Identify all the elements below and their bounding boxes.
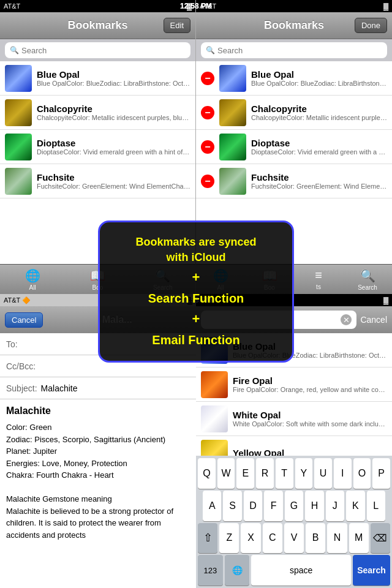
item-title: Yellow Opal	[233, 448, 387, 456]
tab-search-r[interactable]: 🔍 Search	[343, 268, 392, 291]
gem-thumb-green	[5, 134, 32, 160]
item-title: Fuchsite	[251, 172, 387, 183]
item-subtitle: ChalcopyiteColor: Metallic iridescent pu…	[37, 114, 190, 121]
item-title: Dioptase	[37, 138, 190, 148]
key-j[interactable]: J	[326, 491, 344, 521]
delete-btn-1[interactable]: −	[201, 72, 214, 85]
search-input-left[interactable]	[21, 46, 186, 55]
key-x[interactable]: X	[241, 523, 260, 554]
key-u[interactable]: U	[314, 458, 332, 489]
tab-label-search-r: Search	[358, 284, 377, 291]
tab-label-all: All	[29, 284, 36, 291]
key-h[interactable]: H	[305, 491, 323, 521]
delete-btn-2[interactable]: −	[201, 106, 214, 119]
battery-left: ▓	[187, 2, 192, 10]
nav-title-right: Bookmarks	[264, 19, 324, 32]
item-subtitle: Blue OpalColor: BlueZodiac: LibraBirthst…	[251, 80, 387, 87]
item-subtitle: DioptaseColor: Vivid emerald green with …	[37, 148, 190, 156]
key-m[interactable]: M	[349, 523, 369, 554]
subject-value: Malachite	[41, 383, 78, 393]
key-l[interactable]: L	[367, 491, 385, 521]
carrier-left: AT&T	[4, 2, 20, 10]
key-c[interactable]: C	[263, 523, 282, 554]
gem-thumb-blue-r	[219, 65, 246, 92]
search-result-item[interactable]: Fire Opal Fire OpalColor: Orange, red, y…	[196, 368, 392, 402]
key-t[interactable]: T	[276, 458, 293, 489]
cc-label: Cc/Bcc:	[6, 361, 36, 371]
search-cancel-button[interactable]: Cancel	[360, 315, 387, 325]
key-y[interactable]: Y	[295, 458, 313, 489]
search-input-right[interactable]	[217, 46, 382, 55]
list-item[interactable]: − Chalcopyrite ChalcopyiteColor: Metalli…	[196, 96, 392, 130]
search-wrap-left: 🔍	[5, 42, 190, 58]
key-v[interactable]: V	[284, 523, 304, 554]
key-shift[interactable]: ⇧	[198, 523, 217, 554]
search-icon-right: 🔍	[206, 46, 215, 55]
gem-thumb-pink-r	[219, 168, 246, 195]
overlay-feature1: Search Function	[117, 290, 275, 307]
key-n[interactable]: N	[327, 523, 347, 554]
tab-ts-r[interactable]: ≡ ts	[294, 268, 343, 290]
item-title: White Opal	[233, 410, 387, 420]
body-title: Malachite	[6, 405, 190, 417]
item-text: White Opal White OpalColor: Soft white w…	[233, 410, 387, 428]
key-s[interactable]: S	[223, 491, 241, 521]
list-item[interactable]: Dioptase DioptaseColor: Vivid emerald gr…	[0, 130, 195, 164]
search-result-item[interactable]: White Opal White OpalColor: Soft white w…	[196, 402, 392, 436]
key-p[interactable]: P	[372, 458, 390, 489]
delete-btn-4[interactable]: −	[201, 175, 214, 188]
item-text: Blue Opal Blue OpalColor: BlueZodiac: Li…	[37, 69, 190, 87]
list-item[interactable]: Fuchsite FuchsiteColor: GreenElement: Wi…	[0, 164, 195, 198]
key-search-button[interactable]: Search	[353, 555, 390, 586]
key-f[interactable]: F	[264, 491, 282, 521]
key-k[interactable]: K	[346, 491, 364, 521]
list-item[interactable]: − Dioptase DioptaseColor: Vivid emerald …	[196, 130, 392, 164]
item-text: Fire Opal Fire OpalColor: Orange, red, y…	[233, 375, 387, 393]
key-g[interactable]: G	[285, 491, 303, 521]
key-q[interactable]: Q	[198, 458, 216, 489]
key-globe[interactable]: 🌐	[225, 555, 250, 586]
overlay-plus2: +	[117, 307, 275, 331]
search-result-item[interactable]: Yellow Opal	[196, 436, 392, 456]
overlay-plus1: +	[117, 265, 275, 290]
item-subtitle: FuchsiteColor: GreenElement: Wind Elemen…	[37, 183, 190, 190]
key-delete[interactable]: ⌫	[371, 523, 390, 554]
email-body[interactable]: Malachite Color: Green Zodiac: Pisces, S…	[0, 399, 196, 588]
key-z[interactable]: Z	[219, 523, 239, 554]
keyboard: Q W E R T Y U I O P A S D F G H J K L	[196, 456, 392, 588]
status-bar-right: AT&T 12:58 PM ▓	[196, 0, 392, 12]
key-r[interactable]: R	[256, 458, 274, 489]
key-d[interactable]: D	[244, 491, 262, 521]
battery-search: ▓	[383, 296, 388, 304]
list-item[interactable]: − Fuchsite FuchsiteColor: GreenElement: …	[196, 164, 392, 198]
key-space[interactable]: space	[251, 555, 351, 586]
search-wrap-right: 🔍	[201, 42, 387, 58]
key-w[interactable]: W	[217, 458, 235, 489]
nav-bar-left: Bookmarks Edit	[0, 12, 195, 39]
subject-field[interactable]: Subject: Malachite	[0, 377, 196, 399]
clear-search-button[interactable]: ✕	[341, 314, 352, 325]
key-row-2: A S D F G H J K L	[198, 491, 390, 521]
edit-button[interactable]: Edit	[164, 18, 190, 33]
key-o[interactable]: O	[353, 458, 371, 489]
key-i[interactable]: I	[334, 458, 352, 489]
key-a[interactable]: A	[203, 491, 221, 521]
list-item[interactable]: − Blue Opal Blue OpalColor: BlueZodiac: …	[196, 61, 392, 96]
item-title: Chalcopyrite	[37, 104, 190, 114]
item-text: Chalcopyrite ChalcopyiteColor: Metallic …	[37, 104, 190, 121]
list-item[interactable]: Chalcopyrite ChalcopyiteColor: Metallic …	[0, 96, 195, 130]
tab-all[interactable]: 🌐 All	[0, 268, 65, 291]
item-title: Fire Opal	[233, 375, 387, 386]
item-text: Blue Opal Blue OpalColor: BlueZodiac: Li…	[251, 69, 387, 87]
list-item[interactable]: Blue Opal Blue OpalColor: BlueZodiac: Li…	[0, 61, 195, 96]
key-123[interactable]: 123	[198, 555, 223, 586]
key-b[interactable]: B	[306, 523, 325, 554]
delete-btn-3[interactable]: −	[201, 140, 214, 154]
overlay-line1: Bookmarks are syncedwith iCloud	[117, 235, 275, 265]
result-thumb-fireopal	[201, 371, 228, 398]
key-e[interactable]: E	[236, 458, 254, 489]
email-cancel-button[interactable]: Cancel	[5, 312, 43, 328]
item-text: Dioptase DioptaseColor: Vivid emerald gr…	[37, 138, 190, 156]
item-subtitle: Fire OpalColor: Orange, red, yellow and …	[233, 386, 387, 393]
done-button[interactable]: Done	[355, 18, 387, 33]
